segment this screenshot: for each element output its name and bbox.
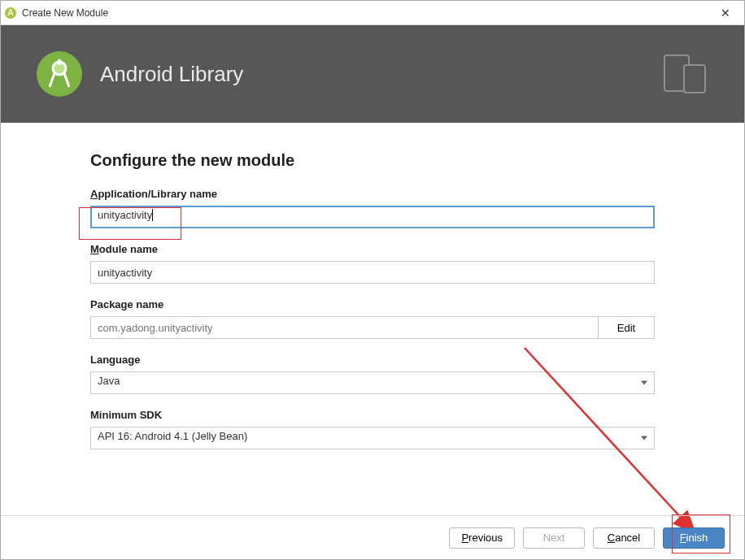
- previous-button[interactable]: Previous: [449, 527, 515, 549]
- finish-button[interactable]: Finish: [663, 527, 725, 549]
- dialog-window: Create New Module ✕ Android Library: [0, 0, 745, 560]
- module-name-input[interactable]: [90, 261, 655, 284]
- window-title: Create New Module: [22, 7, 707, 19]
- next-button: Next: [523, 527, 585, 549]
- application-name-field: Application/Library name unityactivity: [90, 188, 655, 228]
- min-sdk-label: Minimum SDK: [90, 409, 655, 421]
- close-icon: ✕: [721, 7, 730, 20]
- form-body: Configure the new module Application/Lib…: [1, 123, 744, 515]
- module-name-field: Module name: [90, 243, 655, 284]
- title-bar: Create New Module ✕: [1, 1, 744, 25]
- android-studio-icon: [4, 7, 17, 20]
- package-name-field: Package name Edit: [90, 298, 655, 339]
- android-studio-logo-icon: [37, 51, 82, 97]
- language-field: Language Java: [90, 354, 655, 394]
- wizard-banner: Android Library: [1, 25, 744, 123]
- close-button[interactable]: ✕: [707, 1, 744, 25]
- module-name-label: Module name: [90, 243, 655, 255]
- edit-button[interactable]: Edit: [598, 316, 655, 339]
- cancel-button[interactable]: Cancel: [593, 527, 655, 549]
- devices-icon: [663, 52, 712, 96]
- svg-rect-5: [684, 65, 705, 93]
- language-value: Java: [98, 375, 120, 387]
- package-name-input: [90, 316, 598, 339]
- form-heading: Configure the new module: [90, 151, 655, 170]
- application-name-label: Application/Library name: [90, 188, 655, 200]
- min-sdk-field: Minimum SDK API 16: Android 4.1 (Jelly B…: [90, 409, 655, 449]
- svg-point-3: [57, 60, 62, 65]
- min-sdk-value: API 16: Android 4.1 (Jelly Bean): [98, 430, 247, 442]
- wizard-footer: Previous Next Cancel Finish: [1, 515, 744, 559]
- language-select[interactable]: Java: [90, 371, 655, 394]
- chevron-down-icon: [641, 436, 647, 441]
- package-name-label: Package name: [90, 298, 655, 310]
- min-sdk-select[interactable]: API 16: Android 4.1 (Jelly Bean): [90, 427, 655, 449]
- chevron-down-icon: [641, 381, 647, 385]
- application-name-input[interactable]: unityactivity: [90, 206, 655, 228]
- language-label: Language: [90, 354, 655, 366]
- banner-title: Android Library: [100, 62, 243, 87]
